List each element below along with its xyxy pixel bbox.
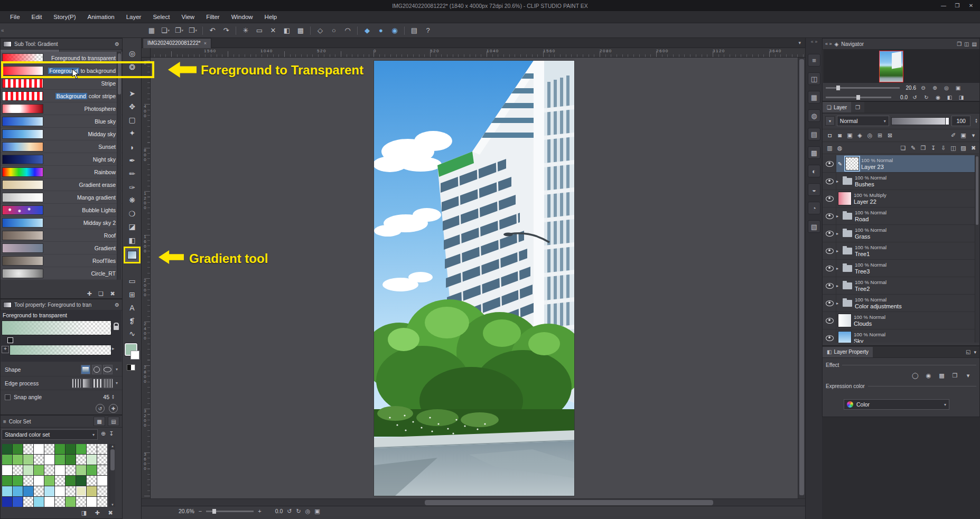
color-swatch[interactable]	[76, 455, 86, 465]
palette-color-icon[interactable]: ▣	[958, 131, 968, 140]
color-swatch[interactable]	[66, 444, 76, 454]
layer-filter-icon[interactable]: ◍	[835, 144, 845, 153]
color-swatch[interactable]	[23, 444, 33, 454]
layer-thumbnail[interactable]	[838, 192, 852, 205]
color-swatch[interactable]	[44, 444, 54, 454]
color-swatch[interactable]	[55, 465, 65, 475]
duplicate-subtool-icon[interactable]: ❏	[97, 290, 105, 297]
layer-row[interactable]: ✎ ▸ 100 % Normal Color adjustments	[823, 295, 977, 312]
color-swatch[interactable]	[13, 476, 23, 486]
subtool-item[interactable]: Photosphere	[1, 102, 122, 115]
document-tab[interactable]: IMG20240220081222* ×	[143, 38, 211, 48]
menu-item[interactable]: Window	[226, 11, 259, 23]
menu-item[interactable]: Edit	[26, 11, 48, 23]
swatch-grid-scrollbar[interactable]: ▲ ▼	[109, 444, 115, 507]
color-swatch[interactable]	[34, 444, 44, 454]
zoom-out-icon[interactable]: ⊖	[919, 84, 928, 92]
subtool-item[interactable]: Bubble Lights	[1, 204, 122, 216]
dock-collapse-icons[interactable]: « »	[806, 39, 823, 44]
color-swatch[interactable]	[2, 455, 12, 465]
shape-circle-button[interactable]	[92, 365, 101, 374]
operation-tool[interactable]: ➤	[125, 87, 139, 100]
color-swatch[interactable]	[55, 486, 65, 496]
color-wheel-icon[interactable]: ◍	[808, 109, 820, 122]
folder-expander-icon[interactable]: ▸	[836, 266, 842, 271]
delete-color-icon[interactable]: ✖	[106, 509, 115, 516]
chevron-down-icon[interactable]: ▾	[974, 350, 976, 355]
subtool-item[interactable]: Sunset	[1, 140, 122, 153]
blend-mode-select[interactable]: Normal ▾	[837, 116, 889, 126]
visibility-eye-icon[interactable]	[824, 242, 836, 260]
redo-icon[interactable]: ↷ ▾	[220, 25, 232, 36]
color-swatch[interactable]	[2, 497, 12, 507]
color-swatch[interactable]	[34, 455, 44, 465]
subtool-item[interactable]: Foreground to background	[1, 64, 122, 77]
zoom-slider[interactable]	[206, 511, 254, 512]
color-swatch[interactable]	[34, 476, 44, 486]
layer-mask-icon[interactable]: ⊞	[875, 131, 885, 140]
undo-icon[interactable]: ↶ ▾	[206, 25, 219, 36]
folder-expander-icon[interactable]: ▸	[836, 179, 842, 184]
color-swatch[interactable]	[44, 455, 54, 465]
deselect-icon[interactable]: ✳ ▾	[239, 25, 252, 36]
layer-tab[interactable]: ❏ Layer	[823, 102, 851, 112]
navigator-rotate-value[interactable]: 0.0	[894, 95, 908, 100]
visibility-eye-icon[interactable]	[824, 207, 836, 225]
edge-option-1-button[interactable]	[72, 379, 81, 388]
pencil-tool[interactable]: ✏	[125, 167, 139, 181]
color-swatch[interactable]	[66, 455, 76, 465]
visibility-eye-icon[interactable]	[824, 260, 836, 277]
close-document-icon[interactable]: ×	[204, 41, 207, 46]
figure-tool[interactable]: ▭	[125, 274, 139, 288]
reset-to-default-icon[interactable]: ↺	[96, 404, 105, 413]
toolbar-separator[interactable]: ▾	[357, 26, 358, 35]
mirror-view-icon[interactable]: ◫	[964, 41, 969, 47]
color-swatch[interactable]	[44, 497, 54, 507]
material-icon[interactable]: ▧	[808, 220, 820, 233]
layer-list-scrollbar[interactable]	[975, 155, 979, 343]
new-folder-icon[interactable]: ❐	[918, 144, 928, 153]
navigator-thumbnail[interactable]	[879, 51, 903, 82]
menu-item[interactable]: Story(P)	[48, 11, 81, 23]
colorset-list-tab-icon[interactable]: ▤	[108, 417, 119, 426]
apply-mask-icon[interactable]: ▨	[958, 144, 968, 153]
snap-angle-value[interactable]: 45	[103, 394, 109, 400]
opacity-slider[interactable]	[891, 117, 950, 125]
maximize-button[interactable]: ❐	[950, 3, 964, 8]
edit-color-set-icon[interactable]: ⊕	[101, 430, 106, 437]
gradient-editor-strip[interactable]	[10, 345, 111, 355]
layer-thumbnail[interactable]	[845, 157, 859, 171]
light-table-icon[interactable]: ▤ ▾	[408, 25, 421, 36]
folder-expander-icon[interactable]: ▸	[836, 231, 842, 236]
rotate-cw-icon[interactable]: ↻	[296, 508, 301, 515]
color-swatch[interactable]	[23, 476, 33, 486]
delete-subtool-icon[interactable]: ✖	[108, 290, 117, 297]
color-swatch[interactable]	[2, 476, 12, 486]
switch-subview-icon[interactable]: ❐	[957, 41, 962, 47]
toolbar-separator[interactable]: ▾	[404, 26, 405, 35]
color-swatch[interactable]	[87, 444, 97, 454]
folder-expander-icon[interactable]: ▸	[836, 214, 842, 219]
visibility-eye-icon[interactable]	[824, 329, 836, 343]
fill-selection-icon[interactable]: ◧ ▾	[281, 25, 293, 36]
gradient-node-handle[interactable]	[7, 337, 13, 343]
color-swatch[interactable]	[76, 476, 86, 486]
hand-tool[interactable]: ❂	[125, 60, 139, 74]
navigator-zoom-value[interactable]: 20.6	[902, 85, 916, 91]
layer-row[interactable]: ✎ ▸ 100 % Normal Layer 23	[823, 155, 977, 173]
palette-menu-icon[interactable]: ≡	[3, 419, 6, 424]
subtool-item[interactable]: Roof	[1, 229, 122, 242]
extract-lines-icon[interactable]: ◉	[923, 371, 934, 380]
open-file-icon[interactable]: ❐ ▾	[173, 25, 185, 36]
visibility-eye-icon[interactable]	[824, 295, 836, 312]
gradient-tool[interactable]	[125, 248, 139, 262]
color-swatch[interactable]	[2, 465, 12, 475]
navigator-menu-icon[interactable]: ▤	[972, 41, 977, 47]
color-swatch[interactable]	[97, 465, 107, 475]
color-mixing-icon[interactable]: ◐	[808, 165, 820, 177]
layer-row[interactable]: ✎ ▸ 100 % Normal Sky	[823, 329, 977, 343]
color-swatch[interactable]	[55, 476, 65, 486]
color-swatch[interactable]	[55, 497, 65, 507]
visibility-eye-icon[interactable]	[824, 190, 836, 207]
fill-tool[interactable]: ◧	[125, 233, 139, 247]
